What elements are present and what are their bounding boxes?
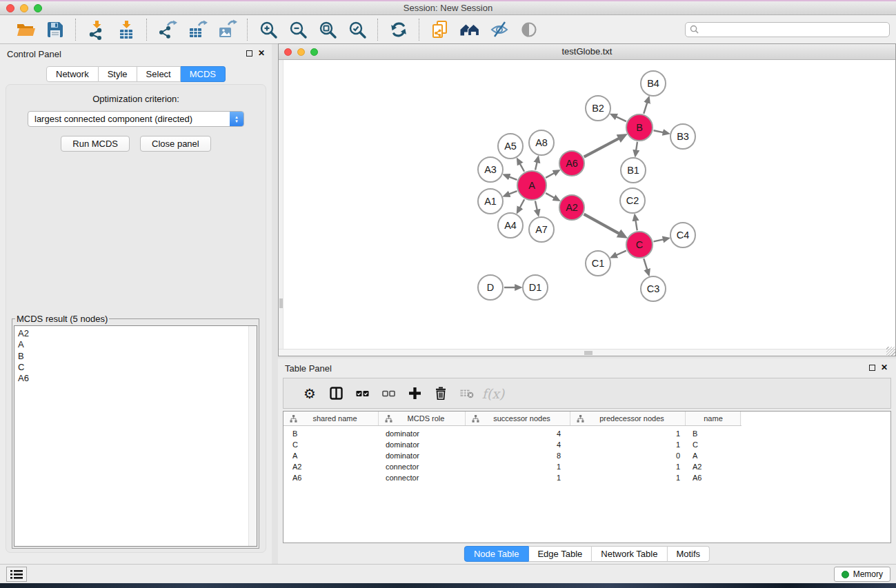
table-cell[interactable]: A2 (283, 461, 379, 472)
node-A3[interactable]: A3 (478, 157, 503, 182)
result-item[interactable]: A2 (18, 328, 253, 339)
table-cell[interactable]: 1 (570, 428, 686, 439)
edge-C-C1[interactable] (616, 251, 626, 256)
table-cell[interactable]: C (283, 439, 379, 450)
close-panel-icon[interactable]: ✕ (881, 363, 888, 372)
table-cell[interactable]: B (283, 428, 379, 439)
edge-A-A1[interactable] (508, 191, 517, 194)
table-row[interactable]: A6connector11A6 (283, 472, 890, 483)
edge-A-A5[interactable] (519, 163, 524, 172)
column-header-predecessor-nodes[interactable]: predecessor nodes (570, 412, 686, 425)
select-all-button[interactable] (349, 381, 375, 406)
zoom-out-button[interactable] (283, 18, 312, 41)
table-cell[interactable]: connector (379, 472, 466, 483)
table-settings-button[interactable]: ⚙ (297, 381, 323, 406)
table-cell[interactable]: A6 (686, 472, 741, 483)
float-panel-icon[interactable] (869, 365, 875, 371)
node-A6[interactable]: A6 (559, 151, 584, 176)
zoom-selected-button[interactable] (342, 18, 372, 41)
memory-button[interactable]: Memory (834, 567, 890, 582)
table-row[interactable]: Adominator80A (283, 450, 890, 461)
export-image-button[interactable] (212, 18, 241, 41)
network-canvas[interactable]: AA6A2BCA1A3A4A5A7A8B1B2B3B4C1C2C3C4DD1 (279, 60, 895, 349)
node-C[interactable]: C (626, 232, 653, 258)
float-panel-icon[interactable] (246, 50, 252, 57)
table-cell[interactable]: 1 (466, 461, 570, 472)
hide-selected-button[interactable] (484, 18, 514, 41)
close-panel-icon[interactable]: ✕ (258, 48, 265, 58)
table-row[interactable]: A2connector11A2 (283, 461, 890, 472)
refresh-button[interactable] (384, 18, 413, 41)
result-item[interactable]: B (18, 351, 253, 362)
result-item[interactable]: A6 (18, 373, 253, 384)
edge-C-C2[interactable] (635, 220, 637, 231)
export-table-button[interactable] (182, 18, 212, 41)
column-header-name[interactable]: name (686, 412, 741, 425)
node-C1[interactable]: C1 (586, 251, 610, 276)
edge-C-C4[interactable] (653, 239, 664, 241)
import-network-button[interactable] (81, 18, 111, 41)
table-row[interactable]: Cdominator41C (283, 439, 890, 450)
search-input[interactable] (702, 25, 885, 34)
tab-mcds[interactable]: MCDS (181, 66, 226, 82)
node-B2[interactable]: B2 (586, 96, 610, 121)
node-B3[interactable]: B3 (670, 124, 695, 149)
network-from-selection-button[interactable] (425, 18, 455, 41)
node-B1[interactable]: B1 (621, 158, 646, 183)
deselect-all-button[interactable] (375, 381, 401, 406)
table-cell[interactable]: 4 (466, 439, 570, 450)
tab-edge-table[interactable]: Edge Table (528, 546, 592, 562)
function-builder-button[interactable]: f(x) (480, 381, 506, 406)
table-cell[interactable]: 1 (570, 461, 686, 472)
result-item[interactable]: C (18, 362, 253, 373)
node-A1[interactable]: A1 (478, 189, 503, 214)
node-C4[interactable]: C4 (670, 223, 695, 247)
network-window-titlebar[interactable]: testGlobe.txt (279, 44, 895, 60)
edge-B-B1[interactable] (636, 142, 637, 152)
import-table-button[interactable] (111, 18, 141, 41)
result-scrollbar[interactable] (248, 326, 257, 546)
table-cell[interactable]: 0 (570, 450, 686, 461)
table-cell[interactable]: dominator (379, 439, 466, 450)
edge-C-C3[interactable] (644, 258, 647, 270)
task-history-button[interactable] (6, 567, 27, 582)
table-cell[interactable]: 8 (466, 450, 570, 461)
network-horizontal-scrollbar[interactable] (279, 349, 895, 356)
open-session-button[interactable] (10, 18, 40, 41)
tab-network-table[interactable]: Network Table (592, 546, 667, 562)
add-column-button[interactable] (401, 381, 428, 406)
node-A7[interactable]: A7 (529, 217, 554, 242)
table-cell[interactable]: A2 (686, 461, 741, 472)
export-network-button[interactable] (152, 18, 182, 41)
table-row[interactable]: Bdominator41B (283, 428, 890, 439)
node-D1[interactable]: D1 (523, 275, 548, 300)
table-cell[interactable]: A6 (283, 472, 379, 483)
node-A4[interactable]: A4 (498, 213, 523, 238)
edge-A-A8[interactable] (535, 161, 537, 170)
delete-table-button[interactable] (454, 381, 480, 406)
table-cell[interactable]: C (686, 439, 741, 450)
zoom-in-button[interactable] (253, 18, 283, 41)
tab-style[interactable]: Style (99, 66, 137, 82)
node-B4[interactable]: B4 (641, 71, 666, 96)
mcds-result-list[interactable]: A2ABCA6 (14, 325, 257, 547)
table-cell[interactable]: 4 (466, 428, 570, 439)
tab-motifs[interactable]: Motifs (667, 546, 710, 562)
delete-column-button[interactable] (428, 381, 454, 406)
save-session-button[interactable] (40, 18, 70, 41)
horizontal-scroll-thumb[interactable] (584, 351, 593, 355)
column-header-shared-name[interactable]: shared name (283, 412, 379, 425)
first-neighbors-button[interactable] (455, 18, 484, 41)
graphics-details-button[interactable] (514, 18, 544, 41)
edge-A-A4[interactable] (519, 199, 524, 208)
node-A[interactable]: A (517, 171, 546, 200)
node-A5[interactable]: A5 (498, 134, 523, 159)
table-cell[interactable]: connector (379, 461, 466, 472)
edge-A-A6[interactable] (546, 173, 555, 178)
edge-A6-B[interactable] (584, 138, 620, 157)
table-cell[interactable]: dominator (379, 450, 466, 461)
edge-A2-C[interactable] (584, 214, 620, 234)
table-cell[interactable]: 1 (570, 472, 686, 483)
node-A2[interactable]: A2 (559, 195, 584, 220)
search-field[interactable] (685, 22, 890, 37)
